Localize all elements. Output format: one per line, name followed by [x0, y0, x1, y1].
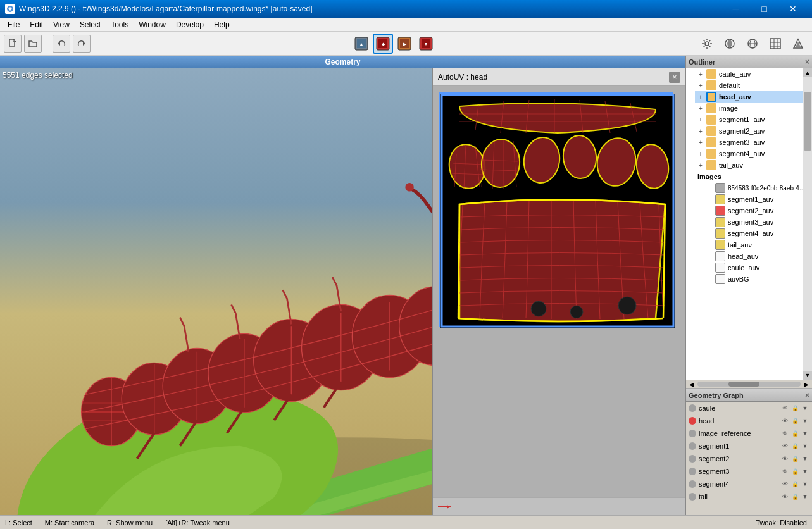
- outliner-item-imgseg2[interactable]: segment2_auv: [704, 205, 812, 216]
- outliner-item-imgcaule[interactable]: caule_auv: [704, 262, 812, 273]
- geo-eye-icon-seg1[interactable]: 👁: [780, 442, 789, 451]
- view-perspective-button[interactable]: ◆: [373, 34, 393, 54]
- outliner-item-segment1-auv[interactable]: + segment1_auv: [695, 114, 812, 125]
- outliner-hscrollbar[interactable]: ◀ ▶: [686, 380, 812, 389]
- geo-down-icon-tail[interactable]: ▼: [801, 492, 809, 501]
- geo-eye-icon-tail[interactable]: 👁: [780, 492, 789, 501]
- geo-down-icon-seg2[interactable]: ▼: [801, 454, 809, 463]
- outliner-scrollbar[interactable]: ▲ ▼: [803, 68, 812, 380]
- outliner-item-images[interactable]: − Images: [686, 171, 812, 182]
- tree-expand-seg3[interactable]: +: [696, 138, 705, 147]
- wireframe-button[interactable]: [742, 34, 763, 54]
- outliner-item-imghead[interactable]: head_auv: [704, 251, 812, 262]
- tree-expand-imgtail[interactable]: [705, 240, 714, 249]
- outliner-item-imgseg3[interactable]: segment3_auv: [704, 216, 812, 228]
- geo-lock-icon-imgref[interactable]: 🔒: [790, 429, 799, 438]
- menu-item-help[interactable]: Help: [209, 19, 235, 30]
- view-side-button[interactable]: ▶: [394, 34, 415, 54]
- tree-expand-imgseg4[interactable]: [705, 229, 714, 238]
- geo-item-head[interactable]: head 👁 🔒 ▼: [686, 414, 812, 427]
- tree-expand-seg1[interactable]: +: [696, 115, 705, 124]
- geo-item-tail[interactable]: tail 👁 🔒 ▼: [686, 490, 812, 503]
- grid-button[interactable]: [765, 34, 785, 54]
- tree-expand-caule-auv[interactable]: +: [696, 70, 705, 78]
- tree-expand-default[interactable]: +: [696, 81, 705, 90]
- geo-eye-icon-caule[interactable]: 👁: [780, 404, 789, 413]
- minimize-button[interactable]: ─: [721, 0, 750, 18]
- hscroll-left-arrow[interactable]: ◀: [687, 380, 696, 389]
- open-file-button[interactable]: [24, 35, 42, 53]
- outliner-item-default[interactable]: + default: [695, 80, 812, 91]
- geo-eye-icon-seg4[interactable]: 👁: [780, 480, 789, 489]
- outliner-item-imgseg1[interactable]: segment1_auv: [704, 194, 812, 205]
- geo-item-segment4[interactable]: segment4 👁 🔒 ▼: [686, 478, 812, 490]
- view-front-button[interactable]: ▲: [351, 34, 372, 54]
- view-top-button[interactable]: ▼: [416, 34, 436, 54]
- geo-down-icon-imgref[interactable]: ▼: [801, 429, 809, 438]
- tree-expand-head-auv[interactable]: +: [696, 92, 705, 101]
- close-button[interactable]: ✕: [778, 0, 807, 18]
- geo-lock-icon-seg2[interactable]: 🔒: [790, 454, 799, 463]
- outliner-content[interactable]: + caule_auv + default + head_auv +: [686, 68, 812, 380]
- hscroll-right-arrow[interactable]: ▶: [802, 380, 811, 389]
- menu-item-view[interactable]: View: [48, 19, 75, 30]
- outliner-item-img854583[interactable]: 854583-f0d2e0bb-8aeb-4...: [704, 182, 812, 194]
- scroll-up-arrow[interactable]: ▲: [803, 68, 812, 77]
- tree-expand-tail[interactable]: +: [696, 161, 705, 170]
- menu-item-edit[interactable]: Edit: [25, 19, 48, 30]
- hscroll-track[interactable]: [697, 382, 801, 387]
- menu-item-window[interactable]: Window: [134, 19, 171, 30]
- tree-expand-img854583[interactable]: [705, 184, 714, 192]
- geo-item-image-reference[interactable]: image_reference 👁 🔒 ▼: [686, 427, 812, 440]
- hscroll-thumb[interactable]: [728, 382, 759, 387]
- menu-item-select[interactable]: Select: [75, 19, 106, 30]
- geo-down-icon-seg4[interactable]: ▼: [801, 480, 809, 489]
- outliner-item-segment3-auv[interactable]: + segment3_auv: [695, 137, 812, 148]
- tree-expand-seg2[interactable]: +: [696, 127, 705, 135]
- outliner-item-segment2-auv[interactable]: + segment2_auv: [695, 125, 812, 137]
- outliner-item-imgtail[interactable]: tail_auv: [704, 239, 812, 251]
- menu-item-tools[interactable]: Tools: [106, 19, 134, 30]
- scroll-down-arrow[interactable]: ▼: [803, 371, 812, 380]
- geometry-graph-content[interactable]: caule 👁 🔒 ▼ head 👁 🔒 ▼: [686, 402, 812, 515]
- outliner-item-segment4-auv[interactable]: + segment4_auv: [695, 148, 812, 159]
- geo-down-icon-head[interactable]: ▼: [801, 416, 809, 425]
- geo-eye-icon-imgref[interactable]: 👁: [780, 429, 789, 438]
- tree-expand-seg4[interactable]: +: [696, 149, 705, 158]
- outliner-item-image[interactable]: + image: [695, 103, 812, 114]
- geo-lock-icon-head[interactable]: 🔒: [790, 416, 799, 425]
- geo-lock-icon-seg3[interactable]: 🔒: [790, 467, 799, 476]
- geo-item-segment1[interactable]: segment1 👁 🔒 ▼: [686, 440, 812, 452]
- geo-lock-icon-seg4[interactable]: 🔒: [790, 480, 799, 489]
- geo-eye-icon-seg3[interactable]: 👁: [780, 467, 789, 476]
- redo-button[interactable]: [73, 35, 91, 53]
- outliner-item-imgauvbg[interactable]: auvBG: [704, 273, 812, 285]
- uv-close-button[interactable]: ×: [669, 72, 680, 83]
- shading-button[interactable]: [720, 34, 740, 54]
- tree-expand-image[interactable]: +: [696, 104, 705, 113]
- geo-item-caule[interactable]: caule 👁 🔒 ▼: [686, 402, 812, 414]
- undo-button[interactable]: [53, 35, 70, 53]
- geo-eye-icon-seg2[interactable]: 👁: [780, 454, 789, 463]
- snap-button[interactable]: [788, 34, 808, 54]
- tree-expand-imghead[interactable]: [705, 252, 714, 261]
- tree-expand-imgseg3[interactable]: [705, 218, 714, 227]
- outliner-item-imgseg4[interactable]: segment4_auv: [704, 228, 812, 239]
- geo-down-icon-seg1[interactable]: ▼: [801, 442, 809, 451]
- maximize-button[interactable]: □: [750, 0, 778, 18]
- geo-down-icon-seg3[interactable]: ▼: [801, 467, 809, 476]
- outliner-item-head-auv[interactable]: + head_auv: [695, 91, 812, 103]
- new-file-button[interactable]: [4, 35, 22, 53]
- outliner-close-button[interactable]: ×: [805, 58, 809, 66]
- menu-item-file[interactable]: File: [3, 19, 25, 30]
- geo-item-segment2[interactable]: segment2 👁 🔒 ▼: [686, 452, 812, 465]
- menu-item-develop[interactable]: Develop: [171, 19, 209, 30]
- outliner-item-tail-auv[interactable]: + tail_auv: [695, 159, 812, 171]
- geo-lock-icon-seg1[interactable]: 🔒: [790, 442, 799, 451]
- geo-lock-icon-caule[interactable]: 🔒: [790, 404, 799, 413]
- scroll-thumb[interactable]: [804, 92, 811, 151]
- tree-expand-imgcaule[interactable]: [705, 263, 714, 272]
- scroll-track[interactable]: [803, 77, 812, 371]
- tree-expand-images[interactable]: −: [687, 172, 696, 181]
- viewport-3d[interactable]: 5551 edges selected: [0, 68, 685, 515]
